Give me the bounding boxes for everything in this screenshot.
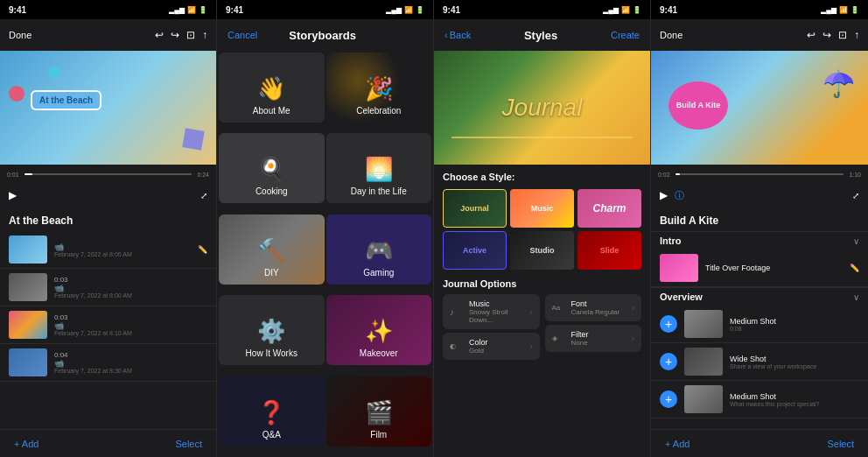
intro-edit-icon[interactable]: ✏️	[850, 264, 859, 272]
edit-icon-0[interactable]: ✏️	[198, 245, 207, 254]
style-thumb-charm[interactable]: Charm	[578, 189, 641, 228]
color-val: Gold	[469, 347, 529, 355]
add-button-1[interactable]: + Add	[14, 439, 38, 449]
timeline-track-1[interactable]	[24, 173, 192, 175]
battery-icon-3: 🔋	[633, 6, 641, 14]
crop-icon-4[interactable]: ⊡	[838, 29, 847, 41]
option-filter[interactable]: ◈ Filter None ›	[545, 325, 642, 352]
redo-icon-4[interactable]: ↪	[822, 29, 831, 41]
timeline-1[interactable]: 0:01 0:24	[0, 165, 216, 184]
clip-info-2: 0:03 📹 February 7, 2022 at 8:10 AM	[54, 313, 207, 336]
timeline-4[interactable]: 0:02 1:10	[651, 165, 868, 184]
clip-info-0: 📹 February 7, 2022 at 8:00 AM	[54, 243, 191, 257]
overview-clip-0[interactable]: + Medium Shot 0:08	[651, 306, 868, 343]
overview-section-header[interactable]: Overview ∨	[651, 287, 868, 306]
timeline-track-4[interactable]	[676, 173, 844, 175]
intro-clip-name: Title Over Footage	[705, 264, 843, 272]
cancel-button[interactable]: Cancel	[228, 30, 257, 40]
celebration-icon: 🎉	[365, 75, 393, 102]
option-color[interactable]: ◐ Color Gold ›	[443, 333, 540, 360]
storyboard-qna[interactable]: ❓ Q&A	[219, 376, 325, 446]
overview-info-2: Medium Shot What makes this project spec…	[730, 392, 859, 407]
fullscreen-button-4[interactable]: ⤢	[852, 191, 859, 200]
back-button[interactable]: ‹ Back	[444, 30, 471, 40]
clip-date-2: February 7, 2022 at 8:10 AM	[54, 330, 207, 336]
intro-clip-thumb	[660, 254, 698, 282]
options-rows: ♪ Music Snowy Stroll Down... › ◐ Color G…	[443, 294, 641, 362]
clip-list-1[interactable]: 📹 February 7, 2022 at 8:00 AM ✏️ 0:03 📹 …	[0, 231, 216, 429]
overview-clip-1[interactable]: + Wide Shot Share a view of your workspa…	[651, 343, 868, 381]
option-font[interactable]: Aa Font Canela Regular ›	[545, 294, 642, 321]
fullscreen-button-1[interactable]: ⤢	[200, 191, 207, 200]
storyboard-makeover[interactable]: ✨ Makeover	[326, 295, 432, 365]
font-key: Font	[571, 299, 632, 308]
storyboard-celebration[interactable]: 🎉 Celebration	[326, 53, 432, 123]
storyboard-about-me[interactable]: 👋 About Me	[219, 53, 325, 123]
timeline-end-1: 0:24	[197, 172, 209, 178]
add-clip-btn-1[interactable]: +	[660, 353, 677, 370]
style-thumbs-grid: Journal Music Charm Active Studio Slide	[443, 189, 641, 270]
bottom-bar-1: + Add Select	[0, 429, 216, 457]
storyboard-day-life[interactable]: 🌅 Day in the Life	[326, 133, 432, 203]
storyboard-gaming[interactable]: 🎮 Gaming	[326, 214, 432, 285]
option-music[interactable]: ♪ Music Snowy Stroll Down... ›	[443, 294, 540, 329]
kite-preview: Build A Kite ☂️	[651, 51, 868, 165]
status-bar-3: 9:41 ▂▄▆ 📶 🔋	[434, 0, 650, 19]
beach-preview: At the Beach	[0, 51, 216, 165]
storyboard-how-it-works[interactable]: ⚙️ How It Works	[219, 295, 325, 365]
clip-date-3: February 7, 2022 at 8:30 AM	[54, 368, 207, 374]
storyboard-cooking[interactable]: 🍳 Cooking	[219, 133, 325, 203]
phone-storyboards: 9:41 ▂▄▆ 📶 🔋 Cancel Storyboards 👋 About …	[217, 0, 434, 457]
clip-item-1[interactable]: 0:03 📹 February 7, 2022 at 8:00 AM	[0, 269, 216, 306]
clip-duration-1: 0:03	[54, 276, 207, 284]
section-title-1: At the Beach	[9, 214, 73, 227]
clip-duration-2: 0:03	[54, 313, 207, 321]
add-clip-btn-0[interactable]: +	[660, 315, 677, 333]
select-button-1[interactable]: Select	[175, 439, 202, 449]
add-button-4[interactable]: + Add	[665, 439, 690, 449]
done-button-1[interactable]: Done	[9, 30, 32, 40]
status-bar-4: 9:41 ▂▄▆ 📶 🔋	[651, 0, 868, 19]
clip-item-2[interactable]: 0:03 📹 February 7, 2022 at 8:10 AM	[0, 306, 216, 344]
clip-item-0[interactable]: 📹 February 7, 2022 at 8:00 AM ✏️	[0, 231, 216, 269]
undo-icon[interactable]: ↩	[155, 29, 164, 41]
filter-chevron: ›	[632, 334, 634, 343]
crop-icon[interactable]: ⊡	[186, 29, 195, 41]
how-it-works-label: How It Works	[246, 348, 298, 358]
add-clip-btn-2[interactable]: +	[660, 390, 677, 408]
done-button-4[interactable]: Done	[660, 30, 682, 40]
share-icon-4[interactable]: ↑	[854, 29, 859, 41]
style-thumb-music[interactable]: Music	[510, 189, 574, 228]
style-thumb-journal[interactable]: Journal	[443, 189, 507, 228]
intro-clip-item[interactable]: Title Over Footage ✏️	[651, 250, 868, 287]
undo-icon-4[interactable]: ↩	[807, 29, 816, 41]
timeline-progress-4	[676, 173, 681, 175]
share-icon[interactable]: ↑	[202, 29, 207, 41]
play-button-4[interactable]: ▶	[660, 189, 668, 201]
overview-clip-2[interactable]: + Medium Shot What makes this project sp…	[651, 381, 868, 418]
play-button-1[interactable]: ▶	[9, 189, 17, 201]
film-icon: 🎬	[365, 399, 393, 426]
info-button-4[interactable]: ⓘ	[675, 189, 684, 202]
style-thumb-studio[interactable]: Studio	[510, 231, 574, 270]
overview-desc-2: What makes this project special?	[730, 401, 859, 407]
cooking-label: Cooking	[256, 186, 288, 196]
clip-item-3[interactable]: 0:04 📹 February 7, 2022 at 8:30 AM	[0, 344, 216, 382]
style-thumb-active[interactable]: Active	[443, 231, 507, 270]
select-button-4[interactable]: Select	[827, 439, 854, 449]
create-button[interactable]: Create	[611, 30, 640, 40]
signal-icon-2: ▂▄▆	[386, 6, 402, 14]
storyboard-film[interactable]: 🎬 Film	[326, 376, 432, 446]
timeline-start-4: 0:02	[658, 172, 670, 178]
intro-section-header[interactable]: Intro ∨	[651, 231, 868, 250]
styles-preview: Journal	[434, 51, 650, 165]
clip-date-0: February 7, 2022 at 8:00 AM	[54, 251, 191, 257]
style-thumb-slide[interactable]: Slide	[578, 231, 641, 270]
overview-section-label: Overview	[660, 292, 703, 302]
battery-icon-4: 🔋	[850, 6, 859, 14]
redo-icon[interactable]: ↪	[171, 29, 179, 41]
overview-name-2: Medium Shot	[730, 392, 859, 401]
storyboard-diy[interactable]: 🔨 DIY	[219, 214, 325, 285]
color-chevron: ›	[529, 341, 532, 351]
music-info: Music Snowy Stroll Down...	[469, 299, 529, 324]
